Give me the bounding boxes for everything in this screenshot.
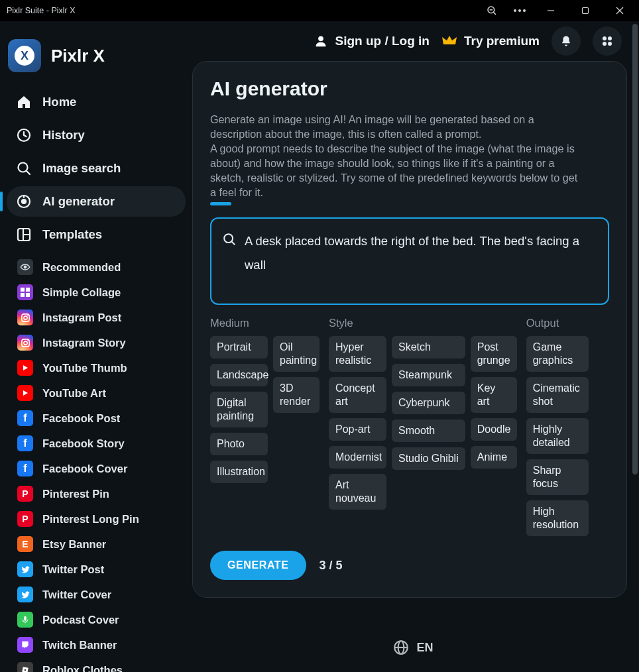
minimize-button[interactable] [536, 0, 566, 21]
bell-icon [559, 34, 573, 48]
keyword-tag[interactable]: Landscape [210, 364, 268, 386]
brand[interactable]: X Pixlr X [7, 36, 186, 84]
try-premium-link[interactable]: Try premium [441, 34, 540, 48]
keyword-tag[interactable]: Cyberpunk [392, 392, 465, 414]
keyword-tag[interactable]: Hyper realistic [329, 336, 386, 372]
template-item[interactable]: fFacebook Post [13, 406, 186, 431]
apps-button[interactable] [593, 27, 622, 56]
template-item[interactable]: Simple Collage [13, 280, 186, 305]
template-label: Simple Collage [42, 286, 121, 299]
keyword-tag[interactable]: 3D render [273, 377, 320, 413]
nav-item-label: Templates [42, 227, 102, 242]
keyword-tag[interactable]: High resolution [526, 500, 589, 536]
template-item[interactable]: EEtsy Banner [13, 532, 186, 557]
template-label: YouTube Art [42, 387, 106, 400]
twitch-icon [17, 637, 33, 653]
svg-line-12 [27, 171, 30, 174]
close-button[interactable] [605, 0, 635, 21]
nav-item-history[interactable]: History [7, 120, 186, 150]
titlebar: Pixlr Suite - Pixlr X [0, 0, 639, 21]
signup-link[interactable]: Sign up / Log in [314, 34, 429, 48]
apps-grid-icon [601, 35, 613, 47]
keyword-tag[interactable]: Illustration [210, 461, 268, 483]
template-item[interactable]: Instagram Story [13, 330, 186, 355]
keyword-tag[interactable]: Game graphics [526, 336, 589, 372]
yt-icon [17, 360, 33, 376]
output-label: Output [526, 317, 589, 329]
keyword-tag[interactable]: Cinematic shot [526, 377, 589, 413]
keyword-tag[interactable]: Doodle [471, 418, 517, 441]
grid-icon [17, 284, 33, 300]
keyword-tag[interactable]: Studio Ghibli [392, 447, 465, 470]
brand-logo-icon: X [8, 39, 41, 72]
fb-icon: f [17, 461, 33, 476]
template-item[interactable]: Twitter Post [13, 557, 186, 582]
template-item[interactable]: fFacebook Cover [13, 456, 186, 481]
etsy-icon: E [17, 536, 33, 552]
keyword-tag[interactable]: Modernist [329, 446, 386, 469]
nav-item-image-search[interactable]: Image search [7, 153, 186, 184]
svg-point-19 [24, 266, 26, 268]
template-item[interactable]: Podcast Cover [13, 607, 186, 632]
search-icon [222, 232, 237, 247]
template-item[interactable]: YouTube Art [13, 380, 186, 406]
template-item[interactable]: PPinterest Long Pin [13, 506, 186, 532]
template-label: Facebook Post [42, 412, 120, 425]
window-title: Pixlr Suite - Pixlr X [7, 6, 76, 15]
notifications-button[interactable] [552, 27, 581, 56]
sidebar: X Pixlr X HomeHistoryImage searchAI gene… [0, 22, 192, 672]
svg-point-26 [27, 315, 29, 316]
style-label: Style [329, 317, 517, 329]
zoom-out-icon[interactable] [480, 0, 504, 21]
keyword-tag[interactable]: Smooth [392, 420, 465, 442]
keyword-tag[interactable]: Key art [471, 377, 517, 413]
keyword-tag[interactable]: Highly detailed [526, 418, 589, 454]
top-header: Sign up / Log in Try premium [192, 22, 634, 61]
keyword-tag[interactable]: Anime [471, 446, 517, 469]
medium-label: Medium [210, 317, 320, 329]
nav-item-ai-generator[interactable]: AI generator [7, 186, 186, 217]
template-label: Pinterest Long Pin [42, 513, 139, 526]
keyword-tag[interactable]: Digital painting [210, 392, 268, 427]
keyword-tag[interactable]: Art nouveau [329, 474, 386, 510]
template-item[interactable]: Twitch Banner [13, 632, 186, 657]
keyword-tag[interactable]: Oil painting [273, 336, 320, 372]
template-label: Twitter Cover [42, 588, 111, 601]
template-item[interactable]: fFacebook Story [13, 431, 186, 456]
nav-item-home[interactable]: Home [7, 87, 186, 117]
svg-point-35 [608, 36, 612, 40]
keyword-tag[interactable]: Sketch [392, 336, 465, 359]
language-selector[interactable]: EN [192, 610, 634, 672]
keyword-tag[interactable]: Steampunk [392, 364, 465, 386]
template-item[interactable]: Roblox Clothes [13, 657, 186, 672]
template-label: Facebook Cover [42, 463, 127, 475]
more-icon[interactable] [508, 0, 532, 21]
template-item[interactable]: Twitter Cover [13, 582, 186, 607]
maximize-button[interactable] [570, 0, 601, 21]
keyword-tag[interactable]: Pop-art [329, 418, 386, 441]
keyword-tag[interactable]: Photo [210, 433, 268, 455]
generate-button[interactable]: GENERATE [210, 551, 306, 580]
clock-icon [16, 127, 32, 143]
template-item[interactable]: Instagram Post [13, 305, 186, 330]
ig-icon [17, 335, 33, 351]
keyword-tag[interactable]: Sharp focus [526, 459, 589, 495]
keyword-suggestions: Medium PortraitLandscapeDigital painting… [210, 317, 609, 536]
prompt-input[interactable]: A desk placed towards the right of the b… [210, 217, 609, 305]
svg-point-38 [224, 234, 233, 243]
svg-rect-32 [25, 669, 27, 671]
svg-point-14 [22, 199, 26, 203]
svg-point-3 [514, 9, 516, 12]
template-item[interactable]: Recommended [13, 254, 186, 280]
template-item[interactable]: PPinterest Pin [13, 481, 186, 506]
template-label: YouTube Thumb [42, 362, 127, 374]
nav-item-templates[interactable]: Templates [7, 219, 186, 250]
svg-rect-30 [24, 616, 27, 621]
keyword-tag[interactable]: Concept art [329, 377, 386, 413]
template-item[interactable]: YouTube Thumb [13, 355, 186, 380]
template-label: Recommended [42, 261, 121, 274]
keyword-tag[interactable]: Post grunge [471, 336, 517, 372]
svg-point-4 [518, 9, 521, 12]
keyword-tag[interactable]: Portrait [210, 336, 268, 359]
roblox-icon [17, 662, 33, 672]
